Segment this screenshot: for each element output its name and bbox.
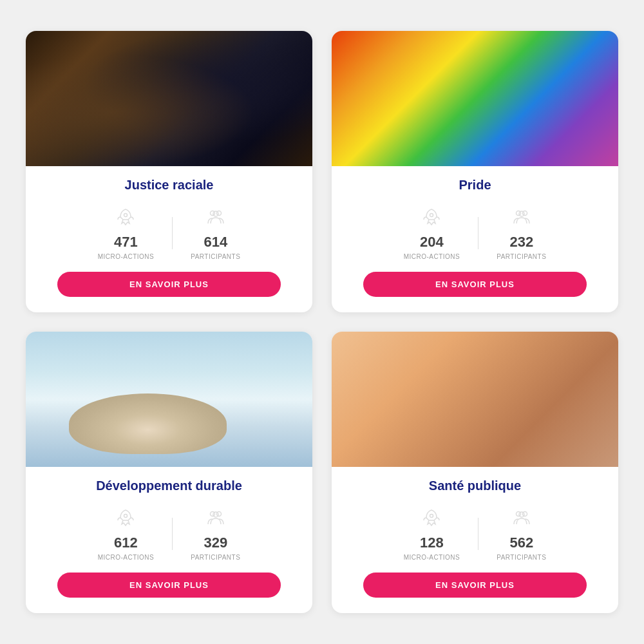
svg-point-15 (519, 512, 524, 517)
rocket-icon (114, 205, 137, 229)
participants-label: PARTICIPANTS (191, 554, 240, 561)
svg-point-3 (213, 211, 218, 216)
people-icon (204, 506, 227, 529)
participants-number: 329 (204, 535, 227, 551)
stat-micro-actions: 612 MICRO-ACTIONS (80, 506, 173, 561)
card-pride: Pride 204 MICRO-ACTIONS 232 PARTICIPANTS… (332, 31, 618, 312)
learn-more-button-pride[interactable]: EN SAVOIR PLUS (363, 272, 587, 297)
card-stats-sante-publique: 128 MICRO-ACTIONS 562 PARTICIPANTS (332, 506, 618, 561)
card-grid: Justice raciale 471 MICRO-ACTIONS 614 PA… (0, 5, 644, 639)
micro-actions-label: MICRO-ACTIONS (98, 554, 155, 561)
card-developpement-durable: Développement durable 612 MICRO-ACTIONS … (26, 332, 312, 613)
stat-participants: 614 PARTICIPANTS (173, 205, 258, 260)
micro-actions-label: MICRO-ACTIONS (404, 554, 460, 561)
card-image-pride (332, 31, 618, 166)
svg-point-12 (430, 515, 433, 518)
micro-actions-number: 471 (114, 234, 138, 251)
stat-micro-actions: 128 MICRO-ACTIONS (386, 506, 478, 561)
stat-micro-actions: 204 MICRO-ACTIONS (386, 205, 478, 260)
micro-actions-label: MICRO-ACTIONS (98, 253, 155, 260)
people-icon (510, 205, 533, 229)
micro-actions-number: 612 (114, 535, 138, 551)
participants-label: PARTICIPANTS (191, 253, 240, 260)
svg-point-11 (213, 512, 218, 517)
participants-label: PARTICIPANTS (497, 554, 546, 561)
rocket-icon (420, 205, 443, 229)
learn-more-button-developpement-durable[interactable]: EN SAVOIR PLUS (57, 573, 281, 598)
stat-participants: 329 PARTICIPANTS (173, 506, 258, 561)
micro-actions-label: MICRO-ACTIONS (404, 253, 460, 260)
participants-label: PARTICIPANTS (497, 253, 546, 260)
card-stats-developpement-durable: 612 MICRO-ACTIONS 329 PARTICIPANTS (26, 506, 312, 561)
stat-participants: 562 PARTICIPANTS (478, 506, 564, 561)
card-title-justice-raciale: Justice raciale (125, 178, 214, 193)
card-image-justice-raciale (26, 31, 312, 166)
stat-participants: 232 PARTICIPANTS (478, 205, 564, 260)
participants-number: 614 (204, 234, 227, 251)
svg-point-4 (430, 214, 433, 217)
learn-more-button-justice-raciale[interactable]: EN SAVOIR PLUS (57, 272, 281, 297)
card-image-developpement-durable (26, 332, 312, 467)
card-stats-pride: 204 MICRO-ACTIONS 232 PARTICIPANTS (332, 205, 618, 260)
svg-point-8 (124, 515, 128, 518)
people-icon (204, 205, 227, 229)
micro-actions-number: 204 (420, 234, 444, 251)
card-sante-publique: Santé publique 128 MICRO-ACTIONS 562 PAR… (332, 332, 618, 613)
rocket-icon (420, 506, 443, 529)
card-title-developpement-durable: Développement durable (96, 478, 242, 493)
participants-number: 232 (509, 234, 533, 251)
card-justice-raciale: Justice raciale 471 MICRO-ACTIONS 614 PA… (26, 31, 312, 312)
micro-actions-number: 128 (420, 535, 444, 551)
card-title-pride: Pride (459, 178, 491, 193)
learn-more-button-sante-publique[interactable]: EN SAVOIR PLUS (363, 573, 587, 598)
people-icon (510, 506, 533, 529)
card-image-sante-publique (332, 332, 618, 467)
participants-number: 562 (509, 535, 533, 551)
stat-micro-actions: 471 MICRO-ACTIONS (80, 205, 173, 260)
svg-point-7 (519, 211, 524, 216)
card-title-sante-publique: Santé publique (429, 478, 521, 493)
rocket-icon (114, 506, 137, 529)
card-stats-justice-raciale: 471 MICRO-ACTIONS 614 PARTICIPANTS (26, 205, 312, 260)
svg-point-0 (124, 214, 128, 217)
